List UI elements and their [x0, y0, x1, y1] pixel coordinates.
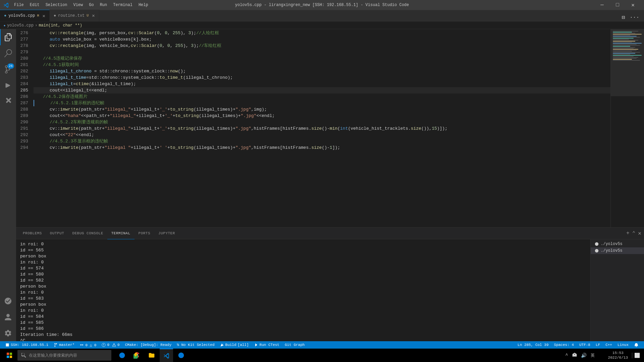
status-build[interactable]: Build [all] — [217, 341, 252, 349]
status-line-ending[interactable]: LF — [593, 341, 603, 349]
code-line-294: cv::imwrite(path_str+"illegal "+illegal_… — [34, 144, 610, 151]
source-control-activity-icon[interactable]: 26 — [0, 61, 16, 77]
menu-help[interactable]: Help — [136, 2, 151, 8]
taskbar-chrome-icon[interactable] — [130, 349, 144, 362]
tab-file-icon: ● — [4, 13, 6, 18]
close-button[interactable]: ✕ — [625, 0, 641, 10]
status-spaces[interactable]: Spaces: 4 — [551, 341, 577, 349]
terminal-item-1[interactable]: ./yolov5s — [591, 241, 644, 247]
status-errors[interactable]: 0 0 — [99, 341, 122, 349]
status-ssh[interactable]: SSH: 192.168.55.1 — [3, 341, 51, 349]
code-area[interactable]: 276 277 278 279 280 281 282 283 284 285 … — [16, 29, 644, 227]
tray-network-icon[interactable] — [571, 352, 578, 358]
menu-selection[interactable]: Selection — [43, 2, 70, 8]
minimize-button[interactable]: — — [594, 0, 610, 10]
account-activity-icon[interactable] — [0, 309, 16, 325]
line-num-277: 277 — [16, 36, 31, 43]
status-sync[interactable]: 0 △ 0 — [77, 341, 99, 349]
term-line-2: id == 565 — [20, 247, 586, 253]
code-line-280: //4.5违规记录保存 — [34, 55, 610, 62]
panel-close-button[interactable]: ✕ — [638, 230, 641, 237]
code-line-288: cv::imwrite(path_str+"illegal_"+illegal_… — [34, 106, 610, 113]
status-ssh-label: SSH: 192.168.55.1 — [11, 343, 48, 347]
status-no-kit-label: % No Kit Selected — [177, 343, 214, 347]
split-editor-button[interactable]: ⊟ — [621, 13, 627, 21]
status-linux[interactable]: Linux — [615, 341, 631, 349]
taskbar-edge-icon2[interactable] — [174, 349, 188, 362]
code-content[interactable]: cv::rectangle(img, person_box,cv::Scalar… — [34, 29, 610, 227]
status-build-label: Build — [225, 343, 236, 347]
code-line-293: //4.5.2.3不显示框的违纪帧 — [34, 138, 610, 144]
tab-routine[interactable]: ● routine.txt U ✕ — [50, 10, 99, 21]
terminal-content[interactable]: in roi: 0 id == 565 person box in roi: 0… — [16, 239, 590, 341]
tab-close-button[interactable]: ✕ — [42, 13, 45, 19]
explorer-activity-icon[interactable] — [0, 29, 16, 45]
line-num-276: 276 — [16, 30, 31, 36]
menu-run[interactable]: Run — [97, 2, 110, 8]
status-run-ctest[interactable]: Run CTest — [252, 341, 282, 349]
menu-file[interactable]: File — [11, 2, 26, 8]
panel-chevron-up[interactable]: ⌃ — [632, 230, 636, 237]
panel-tab-debug-console[interactable]: DEBUG CONSOLE — [68, 228, 107, 239]
status-position[interactable]: Ln 285, Col 39 — [515, 341, 551, 349]
status-branch[interactable]: master* — [51, 341, 77, 349]
term-line-8: person box — [20, 284, 586, 290]
svg-rect-6 — [7, 356, 9, 358]
svg-rect-5 — [10, 353, 12, 355]
code-line-279 — [34, 49, 610, 55]
minimap[interactable] — [610, 29, 644, 227]
status-build-target: [all] — [238, 343, 249, 347]
system-clock[interactable]: 15:53 2022/6/13 — [605, 351, 631, 360]
tray-volume-icon[interactable]: 🔊 — [580, 353, 588, 358]
tab-close-button2[interactable]: ✕ — [92, 13, 95, 18]
terminal-item-label-2: ./yolov5s — [601, 248, 623, 253]
term-line-1: in roi: 0 — [20, 241, 586, 247]
menu-edit[interactable]: Edit — [27, 2, 42, 8]
extensions-activity-icon[interactable] — [0, 94, 16, 110]
tray-up-icon[interactable]: ^ — [564, 353, 569, 358]
menu-go[interactable]: Go — [86, 2, 96, 8]
taskbar-vscode-icon[interactable] — [160, 349, 173, 362]
panel-tab-ports[interactable]: PORTS — [135, 228, 155, 239]
terminal-item-2[interactable]: ./yolov5s — [591, 247, 644, 254]
new-terminal-button[interactable]: + — [626, 230, 630, 236]
status-language-label: C++ — [605, 343, 612, 347]
code-line-282: illegal_t_chrono = std::chrono::system_c… — [34, 68, 610, 74]
panel-tab-terminal[interactable]: TERMINAL — [107, 228, 135, 239]
panel-tab-problems[interactable]: PROBLEMS — [19, 228, 46, 239]
taskbar-search-bar[interactable]: 在这里输入你要搜索的内容 — [17, 350, 111, 361]
code-line-289: cout<<"haha"<<path_str+"illegal_"+illega… — [34, 113, 610, 119]
settings-activity-icon[interactable] — [0, 325, 16, 341]
run-debug-activity-icon[interactable] — [0, 77, 16, 94]
status-language[interactable]: C++ — [603, 341, 615, 349]
breadcrumb-function[interactable]: main(int, char **) — [39, 23, 82, 28]
status-cmake[interactable]: CMake: [Debug]: Ready — [122, 341, 174, 349]
panel-tab-output[interactable]: OUTPUT — [46, 228, 68, 239]
panel-tab-jupyter[interactable]: JUPYTER — [154, 228, 179, 239]
panel-actions: + ⌃ ✕ — [626, 230, 641, 237]
breadcrumb-file-label[interactable]: yolov5s.cpp — [7, 23, 34, 28]
activity-bar: 26 — [0, 29, 16, 341]
show-desktop-button[interactable]: ⬜ — [632, 353, 641, 358]
status-encoding[interactable]: UTF-8 — [577, 341, 593, 349]
remote-explorer-activity-icon[interactable] — [0, 293, 16, 309]
line-num-291: 291 — [16, 125, 31, 132]
status-notifications[interactable] — [631, 341, 641, 349]
taskbar-edge-icon[interactable] — [115, 349, 129, 362]
windows-start-button[interactable] — [3, 349, 16, 362]
tray-ime2[interactable] — [597, 353, 604, 358]
status-git-graph[interactable]: Git Graph — [282, 341, 307, 349]
status-no-kit[interactable]: % No Kit Selected — [174, 341, 217, 349]
taskbar-explorer-icon[interactable] — [145, 349, 158, 362]
search-activity-icon[interactable] — [0, 45, 16, 61]
maximize-button[interactable]: □ — [610, 0, 625, 10]
breadcrumb-file[interactable]: ⬥ — [3, 23, 6, 28]
status-encoding-label: UTF-8 — [579, 343, 590, 347]
menu-terminal[interactable]: Terminal — [110, 2, 135, 8]
status-bar: SSH: 192.168.55.1 master* 0 △ 0 0 0 CMak… — [0, 341, 644, 349]
tab-yolov5s[interactable]: ● yolov5s.cpp M ✕ — [0, 10, 50, 21]
menu-view[interactable]: View — [70, 2, 86, 8]
more-actions-button[interactable]: ··· — [628, 14, 641, 21]
code-line-291: cv::imwrite(path_str+"illegal_"+illegal_… — [34, 125, 610, 132]
tray-chinese-ime[interactable]: 英 — [589, 353, 596, 358]
